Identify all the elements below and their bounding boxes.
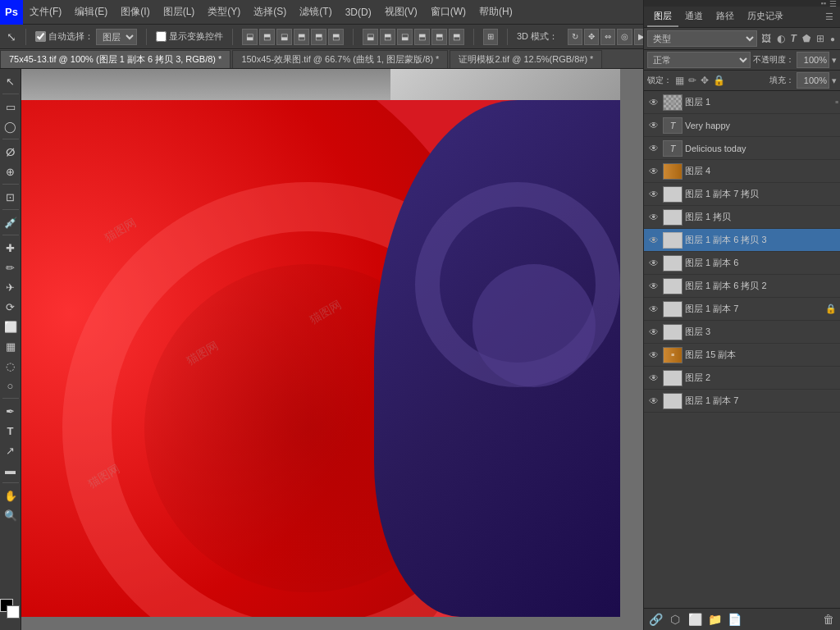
panel-tab-menu[interactable]: ☰ xyxy=(822,8,837,25)
layer-item[interactable]: 👁 图层 1 副本 7 xyxy=(644,390,840,413)
lock-all-icon[interactable]: 🔒 xyxy=(712,74,726,87)
tab-2[interactable]: 证明模板2.tif @ 12.5%(RGB/8#) * xyxy=(450,50,602,68)
eraser-tool[interactable]: ⬜ xyxy=(2,317,20,336)
filter-icon-shape[interactable]: ⬟ xyxy=(801,33,812,44)
align-right-btn[interactable]: ⬓ xyxy=(276,29,292,45)
panel-tab-channels[interactable]: 通道 xyxy=(678,7,710,27)
layout-btn[interactable]: ⊞ xyxy=(483,29,498,45)
zoom-tool[interactable]: 🔍 xyxy=(2,506,20,524)
align-bottom-btn[interactable]: ⬒ xyxy=(328,29,344,45)
menu-select[interactable]: 选择(S) xyxy=(247,0,293,25)
delete-layer-btn[interactable]: 🗑 xyxy=(820,611,837,628)
menu-layer[interactable]: 图层(L) xyxy=(157,0,202,25)
quick-select-tool[interactable]: ⊕ xyxy=(2,162,20,180)
align-center-h-btn[interactable]: ⬒ xyxy=(259,29,275,45)
crop-tool[interactable]: ⊡ xyxy=(2,188,20,206)
menu-3d[interactable]: 3D(D) xyxy=(339,0,378,25)
tab-0[interactable]: 75x45-13.tif @ 100% (图层 1 副本 6 拷贝 3, RGB… xyxy=(0,50,231,68)
layers-list[interactable]: 👁 ▦ ≡ 图层 1 👁 T Very happy 👁 T Delicious … xyxy=(644,91,840,608)
history-brush-tool[interactable]: ⟳ xyxy=(2,298,20,316)
hand-tool[interactable]: ✋ xyxy=(2,486,20,504)
menu-type[interactable]: 类型(Y) xyxy=(201,0,247,25)
layer-item[interactable]: 👁 图层 3 xyxy=(644,321,840,344)
layer-item[interactable]: 👁 图层 1 副本 7 拷贝 xyxy=(644,183,840,206)
3d-cam-btn[interactable]: ◎ xyxy=(617,29,632,45)
layer-item[interactable]: 👁 图层 2 xyxy=(644,367,840,390)
link-layers-btn[interactable]: 🔗 xyxy=(647,611,664,628)
layer-eye-3[interactable]: 👁 xyxy=(647,165,660,178)
menu-image[interactable]: 图像(I) xyxy=(114,0,156,25)
filter-type-select[interactable]: 类型 xyxy=(647,30,757,47)
auto-select-dropdown[interactable]: 图层 xyxy=(96,29,137,45)
brush-tool[interactable]: ✏ xyxy=(2,258,20,276)
layer-eye-9[interactable]: 👁 xyxy=(647,303,660,316)
layer-eye-0[interactable]: 👁 xyxy=(647,96,660,109)
panel-tab-history[interactable]: 历史记录 xyxy=(741,7,790,27)
eyedropper-tool[interactable]: 💉 xyxy=(2,213,20,231)
opacity-input[interactable] xyxy=(797,52,829,68)
layer-item[interactable]: 👁 T Very happy xyxy=(644,114,840,137)
dist-right-btn[interactable]: ⬓ xyxy=(397,29,413,45)
layer-eye-5[interactable]: 👁 xyxy=(647,211,660,224)
blur-tool[interactable]: ◌ xyxy=(2,357,20,375)
opacity-dropdown-arrow[interactable]: ▾ xyxy=(832,55,837,66)
layer-item[interactable]: 👁 图层 1 副本 6 拷贝 2 xyxy=(644,275,840,298)
add-style-btn[interactable]: ⬡ xyxy=(667,611,683,628)
align-middle-v-btn[interactable]: ⬒ xyxy=(311,29,326,45)
align-left-btn[interactable]: ⬓ xyxy=(242,29,258,45)
add-mask-btn[interactable]: ⬜ xyxy=(687,611,703,628)
marquee-rect-tool[interactable]: ▭ xyxy=(2,98,20,116)
lock-brush-icon[interactable]: ✏ xyxy=(687,74,697,87)
spot-heal-tool[interactable]: ✚ xyxy=(2,239,20,257)
text-tool[interactable]: T xyxy=(2,422,20,440)
dist-middle-v-btn[interactable]: ⬒ xyxy=(431,29,447,45)
filter-toggle[interactable]: ● xyxy=(829,34,837,43)
layer-item-selected[interactable]: 👁 图层 1 副本 6 拷贝 3 xyxy=(644,229,840,252)
filter-icon-text[interactable]: T xyxy=(789,33,798,44)
tab-1[interactable]: 150x45-效果图.tif @ 66.7% (曲线 1, 图层蒙版/8) * xyxy=(232,50,448,68)
pen-tool[interactable]: ✒ xyxy=(2,402,20,420)
auto-select-checkbox[interactable] xyxy=(35,31,46,42)
menu-edit[interactable]: 编辑(E) xyxy=(68,0,114,25)
blend-mode-select[interactable]: 正常 xyxy=(647,52,751,68)
layer-eye-10[interactable]: 👁 xyxy=(647,326,660,339)
filter-icon-adjust[interactable]: ◐ xyxy=(775,33,787,44)
layer-eye-7[interactable]: 👁 xyxy=(647,257,660,270)
layer-item[interactable]: 👁 图层 1 副本 7 🔒 xyxy=(644,298,840,321)
layer-item[interactable]: 👁 T Delicious today xyxy=(644,137,840,160)
marquee-ellipse-tool[interactable]: ◯ xyxy=(2,117,20,135)
layer-item[interactable]: 👁 图层 1 拷贝 xyxy=(644,206,840,229)
new-layer-btn[interactable]: 📄 xyxy=(726,611,742,628)
panel-drag-handle[interactable]: ▪▪ ☰ xyxy=(644,0,840,7)
lasso-tool[interactable]: ⵁ xyxy=(2,143,20,161)
layer-item[interactable]: 👁 图层 1 副本 6 xyxy=(644,252,840,275)
dist-bottom-btn[interactable]: ⬒ xyxy=(449,29,464,45)
panel-tab-layers[interactable]: 图层 xyxy=(647,7,678,27)
clone-tool[interactable]: ✈ xyxy=(2,278,20,296)
gradient-tool[interactable]: ▦ xyxy=(2,337,20,355)
move-tool[interactable]: ↖ xyxy=(2,72,20,90)
3d-pan-btn[interactable]: ✥ xyxy=(584,29,599,45)
new-group-btn[interactable]: 📁 xyxy=(706,611,723,628)
menu-help[interactable]: 帮助(H) xyxy=(472,0,519,25)
layer-eye-8[interactable]: 👁 xyxy=(647,280,660,293)
fill-dropdown-arrow[interactable]: ▾ xyxy=(832,75,837,86)
layer-eye-6[interactable]: 👁 xyxy=(647,234,660,247)
show-transform-checkbox[interactable] xyxy=(156,31,167,42)
menu-filter[interactable]: 滤镜(T) xyxy=(293,0,338,25)
3d-rotate-btn[interactable]: ↻ xyxy=(568,29,582,45)
filter-icon-smart[interactable]: ⊞ xyxy=(815,33,826,44)
layer-eye-11[interactable]: 👁 xyxy=(647,349,660,362)
shape-tool[interactable]: ▬ xyxy=(2,461,20,479)
dist-center-h-btn[interactable]: ⬒ xyxy=(380,29,395,45)
layer-eye-13[interactable]: 👁 xyxy=(647,395,660,408)
fill-input[interactable] xyxy=(797,72,829,89)
menu-window[interactable]: 窗口(W) xyxy=(424,0,472,25)
layer-item[interactable]: 👁 ≡ 图层 15 副本 xyxy=(644,344,840,367)
layer-eye-4[interactable]: 👁 xyxy=(647,188,660,201)
dist-left-btn[interactable]: ⬓ xyxy=(363,29,378,45)
filter-icon-image[interactable]: 🖼 xyxy=(760,33,773,44)
menu-file[interactable]: 文件(F) xyxy=(23,0,68,25)
path-select-tool[interactable]: ↗ xyxy=(2,441,20,459)
lock-checkerboard-icon[interactable]: ▦ xyxy=(674,74,685,87)
